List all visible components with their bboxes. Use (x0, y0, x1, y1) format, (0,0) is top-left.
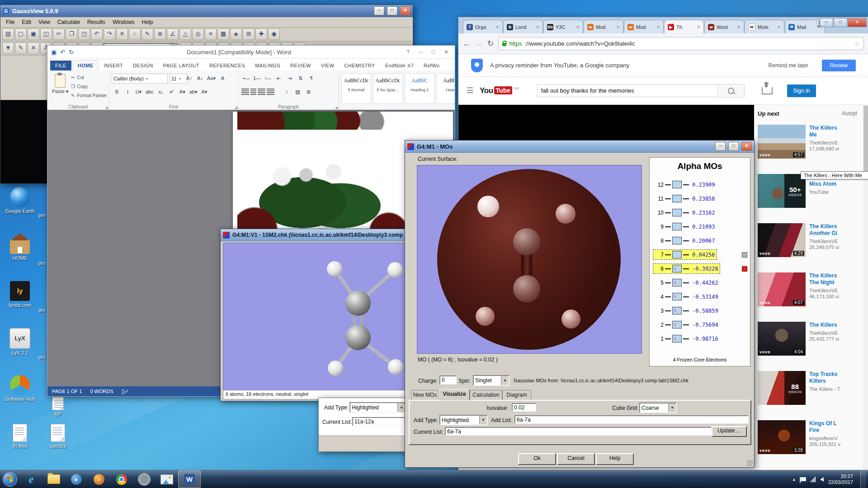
font-tool-button[interactable]: ab▾ (188, 88, 199, 97)
video-item[interactable]: vevo 4:29 The KillersAnother Gi TheKille… (758, 223, 863, 257)
browser-tab[interactable]: w West (704, 20, 744, 33)
paragraph-tool-button[interactable]: ⇤ (274, 74, 284, 83)
desktop-icon-lyx[interactable]: LyX LyX 2.1 (1, 328, 39, 356)
toolbar-icon[interactable]: ◉ (268, 28, 280, 40)
browser-tab[interactable]: W Mole (745, 20, 784, 33)
style-card[interactable]: AaBbC Headi (436, 73, 454, 104)
mo-occupancy-box[interactable] (672, 195, 682, 202)
tab-close-icon[interactable] (536, 25, 539, 29)
toolbar-icon[interactable]: △ (179, 28, 191, 40)
tab-close-icon[interactable] (737, 25, 741, 29)
video-thumbnail[interactable]: 88VIDEOS (758, 371, 806, 405)
toolbar-icon[interactable]: ↷ (104, 28, 115, 40)
close-button[interactable]: ✕ (848, 18, 867, 27)
mo-row[interactable]: 12 0.23909 (651, 178, 748, 192)
tab-close-icon[interactable] (777, 25, 781, 29)
font-tool-button[interactable]: abc (144, 88, 155, 97)
ribbon-tab[interactable]: RefWo (419, 61, 444, 70)
desktop-icon-software-hub[interactable]: Software Hub (1, 375, 39, 402)
address-bar[interactable]: https ://www.youtube.com/watch?v=Qok9Ial… (498, 37, 864, 50)
toolbar-icon[interactable]: ✂ (53, 28, 65, 40)
mo-row[interactable]: 9 0.21093 (651, 220, 748, 234)
resize-grip[interactable] (747, 460, 753, 466)
search-button[interactable] (718, 84, 745, 98)
show-desktop-button[interactable] (860, 470, 866, 488)
align-left-icon[interactable] (241, 89, 249, 95)
tab-close-icon[interactable] (656, 25, 660, 29)
tab-close-icon[interactable] (616, 25, 620, 29)
video-thumbnail[interactable]: vevo 4:29 (758, 223, 806, 257)
taskbar-photo-viewer[interactable] (156, 470, 178, 488)
autoplay-label[interactable]: Autopl (842, 110, 862, 117)
minimize-button[interactable]: ─ (820, 18, 833, 27)
browser-tab[interactable]: ▶ Th (664, 20, 704, 33)
font-tool-button[interactable]: I (123, 88, 133, 97)
desktop-icon-google-earth[interactable]: Google Earth (1, 187, 39, 214)
maximize-button[interactable]: □ (387, 6, 397, 15)
forward-icon[interactable]: → (475, 39, 483, 48)
refresh-icon[interactable]: ↻ (487, 39, 494, 48)
review-button[interactable]: Review (822, 60, 856, 71)
video-item[interactable]: vevo 4:57 The KillersMe TheKillersVE 17,… (758, 125, 863, 159)
ribbon-tab[interactable]: INSERT (99, 61, 128, 70)
font-tool-button[interactable]: A↑ (184, 74, 194, 83)
mo-row[interactable]: 2 -0.75694 (651, 318, 748, 332)
gaussview-titlebar[interactable]: G GaussView 5.0.9 ─ □ ✕ (0, 5, 413, 17)
menu-item[interactable]: Windows (109, 18, 138, 26)
back-icon[interactable]: ← (463, 39, 471, 48)
start-button[interactable] (0, 470, 20, 488)
browser-tab[interactable]: B Lond (503, 20, 543, 33)
video-channel[interactable]: TheKillersVE (809, 140, 863, 145)
tab-visualize[interactable]: Visualize (439, 389, 470, 400)
search-input[interactable] (537, 84, 718, 97)
mo-row[interactable]: 3 -0.58859 (651, 304, 748, 318)
font-tool-button[interactable]: x₂ (156, 88, 166, 97)
toolbar-icon[interactable]: ✚ (255, 28, 267, 40)
hamburger-menu-icon[interactable]: ☰ (467, 86, 473, 95)
tab-close-icon[interactable] (495, 25, 499, 29)
toolbar-icon[interactable]: ✎ (142, 28, 153, 40)
ribbon-tab[interactable]: REVIEW (285, 61, 316, 70)
toolbar-icon[interactable]: ◈ (230, 28, 242, 40)
mo-occupancy-box[interactable] (672, 279, 682, 286)
minimize-button[interactable]: ─ (374, 6, 384, 15)
mo-row[interactable]: 5 -0.44262 (651, 276, 748, 290)
proofing-icon[interactable]: ▯✓ (122, 388, 129, 394)
add-list-field[interactable] (514, 415, 749, 424)
desktop-icon-ir-files[interactable]: IR files (1, 424, 39, 449)
ribbon-tab[interactable]: DESIGN (128, 61, 158, 70)
mo-occupancy-box[interactable] (672, 293, 682, 300)
toolbar-icon[interactable]: ▣ (28, 28, 39, 40)
video-channel[interactable]: TheKillersVE (809, 288, 863, 293)
font-tool-button[interactable]: A▾ (199, 88, 210, 97)
style-card[interactable]: AaBbCcDc ¶ No Spac... (373, 73, 403, 104)
redo-icon[interactable]: ↻ (69, 49, 74, 56)
toolbar-icon[interactable]: ▦ (217, 28, 229, 40)
video-item[interactable]: vevo 3:28 Kings Of LFire kingsofleonV 20… (758, 420, 863, 454)
video-title[interactable]: Top TracksKillers (809, 371, 863, 385)
ribbon-tab[interactable]: VIEW (316, 61, 340, 70)
video-title[interactable]: The Killers (809, 322, 863, 328)
word-titlebar[interactable]: ▣ ↶ ↻ Document1 [Compatibility Mode] - W… (47, 46, 455, 59)
font-tool-button[interactable]: A (217, 74, 228, 83)
taskbar-ie[interactable]: e (20, 470, 42, 488)
video-title[interactable]: The KillersAnother Gi (809, 223, 863, 237)
maximize-button[interactable]: □ (429, 49, 438, 55)
paste-button[interactable]: Paste ▾ (51, 73, 69, 105)
toolbar-icon[interactable]: ✕ (28, 42, 39, 54)
menu-item[interactable]: File (2, 18, 18, 26)
video-title[interactable]: Kings Of LFire (809, 420, 863, 434)
align-right-icon[interactable] (258, 89, 265, 95)
taskbar-app-orange[interactable]: ♪ (88, 470, 110, 488)
align-center-icon[interactable] (250, 89, 256, 95)
isovalue-field[interactable] (512, 403, 536, 412)
dialog-launcher-icon[interactable]: ◢ (335, 105, 338, 109)
page-scrollbar[interactable] (863, 105, 868, 471)
minimize-button[interactable]: ─ (715, 142, 726, 151)
toolbar-icon[interactable]: ▤ (2, 28, 14, 40)
toolbar-icon[interactable]: ✕ (116, 28, 128, 40)
browser-tab[interactable]: f Orga (463, 20, 503, 33)
desktop-icon-lynda[interactable]: ly lynda.com (1, 281, 39, 308)
video-item[interactable]: vevo 4:04 The Killers TheKillersVE 25,43… (758, 322, 863, 356)
ribbon-tab[interactable]: MAILINGS (250, 61, 285, 70)
